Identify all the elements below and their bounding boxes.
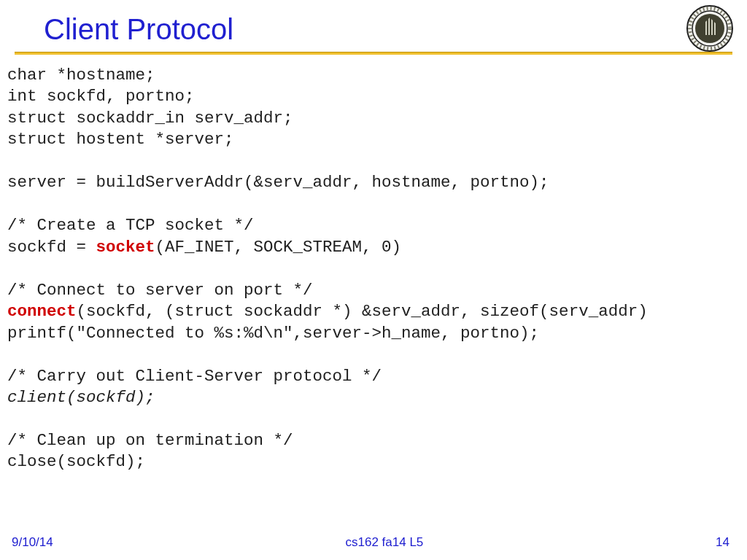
keyword-socket: socket: [96, 238, 155, 257]
code-line: connect(sockfd, (struct sockaddr *) &ser…: [7, 302, 648, 321]
footer-page: 14: [716, 535, 729, 550]
slide-header: Client Protocol: [0, 0, 747, 46]
code-comment: /* Connect to server on port */: [7, 281, 313, 300]
code-line: int sockfd, portno;: [7, 87, 195, 106]
slide-footer: 9/10/14 cs162 fa14 L5 14: [0, 535, 747, 550]
code-comment: /* Create a TCP socket */: [7, 216, 254, 235]
page-title: Client Protocol: [44, 13, 703, 46]
code-line-italic: client(sockfd);: [7, 388, 155, 407]
code-line: close(sockfd);: [7, 452, 145, 471]
code-line: char *hostname;: [7, 66, 155, 85]
code-line: server = buildServerAddr(&serv_addr, hos…: [7, 173, 549, 192]
code-line: struct hostent *server;: [7, 130, 234, 149]
code-line: sockfd = socket(AF_INET, SOCK_STREAM, 0): [7, 238, 401, 257]
code-line: struct sockaddr_in serv_addr;: [7, 109, 293, 128]
code-comment: /* Clean up on termination */: [7, 431, 293, 450]
footer-date: 9/10/14: [12, 535, 53, 550]
code-comment: /* Carry out Client-Server protocol */: [7, 367, 382, 386]
university-seal-icon: [686, 4, 734, 52]
code-block: char *hostname; int sockfd, portno; stru…: [0, 55, 747, 473]
keyword-connect: connect: [7, 302, 77, 321]
code-line: printf("Connected to %s:%d\n",server->h_…: [7, 324, 539, 343]
footer-course: cs162 fa14 L5: [346, 535, 424, 550]
